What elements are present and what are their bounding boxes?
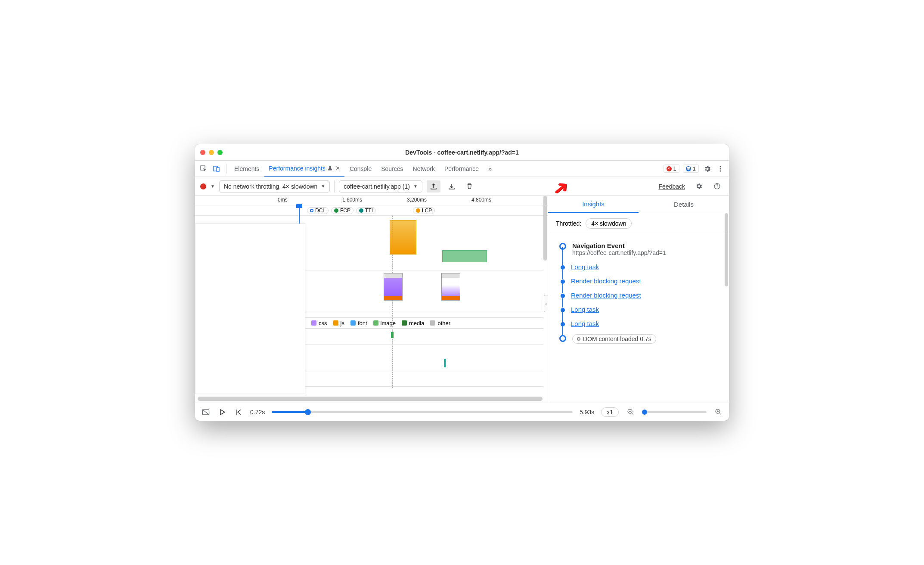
close-window-button[interactable] — [200, 150, 205, 155]
timeline-body[interactable]: css js font image media other ▶ ▶ — [195, 216, 548, 388]
separator — [334, 180, 335, 192]
legend-font: font — [350, 320, 367, 326]
kebab-menu-icon[interactable] — [714, 163, 726, 175]
timeline-ruler: 0ms 1,600ms 3,200ms 4,800ms — [195, 196, 548, 205]
insights-toolbar: ▼ No network throttling, 4× slowdown ▼ c… — [195, 177, 729, 196]
insight-link[interactable]: Long task — [571, 306, 599, 313]
recording-select[interactable]: coffee-cart.netlify.app (1) ▼ — [339, 180, 422, 192]
tick-1: 1,600ms — [342, 197, 362, 203]
tab-performance-insights[interactable]: Performance insights ✕ — [264, 161, 344, 177]
network-bar[interactable] — [391, 332, 394, 338]
zoom-slider[interactable] — [642, 411, 707, 413]
issue-count-badge[interactable]: 💬 1 — [683, 165, 699, 173]
tab-elements[interactable]: Elements — [230, 161, 264, 177]
svg-point-3 — [720, 166, 721, 167]
insight-render-blocking[interactable]: Render blocking request — [559, 274, 721, 288]
collapse-sidebar-handle[interactable]: › — [544, 295, 548, 312]
record-dropdown-caret[interactable]: ▼ — [211, 184, 215, 189]
dcl-pill[interactable]: DOM content loaded 0.7s — [572, 334, 656, 344]
error-count-badge[interactable]: ✕ 1 — [664, 165, 679, 173]
playback-bar: 0.72s 5.93s x1 — [195, 403, 729, 421]
insight-link[interactable]: Long task — [571, 263, 599, 270]
minimize-window-button[interactable] — [209, 150, 214, 155]
help-icon[interactable] — [710, 180, 724, 192]
insight-render-blocking[interactable]: Render blocking request — [559, 288, 721, 302]
play-button[interactable] — [217, 407, 227, 417]
slider-thumb[interactable] — [305, 409, 311, 415]
export-button[interactable] — [427, 180, 440, 192]
close-tab-icon[interactable]: ✕ — [335, 165, 340, 171]
legend-js: js — [333, 320, 344, 326]
tab-details[interactable]: Details — [639, 196, 729, 213]
insight-navigation[interactable]: Navigation Event https://coffee-cart.net… — [559, 239, 721, 260]
sidebar-tabs: Insights Details — [548, 196, 729, 213]
time-slider[interactable] — [272, 411, 573, 413]
timeline-pane[interactable]: 0ms 1,600ms 3,200ms 4,800ms DCL FCP TTI — [195, 196, 548, 403]
settings-icon[interactable] — [701, 163, 713, 175]
marker-dcl[interactable]: DCL — [307, 207, 329, 214]
insight-link[interactable]: Long task — [571, 320, 599, 327]
tab-sources[interactable]: Sources — [377, 161, 407, 177]
delete-button[interactable] — [463, 180, 477, 192]
throttled-pill[interactable]: 4× slowdown — [586, 218, 632, 229]
dcl-text: DOM content loaded 0.7s — [583, 335, 651, 342]
chevron-down-icon: ▼ — [321, 184, 325, 189]
zoom-thumb[interactable] — [642, 410, 647, 415]
timeline-node-icon — [561, 322, 565, 326]
record-button[interactable] — [200, 183, 206, 189]
network-bar[interactable] — [444, 359, 446, 367]
throttling-select[interactable]: No network throttling, 4× slowdown ▼ — [219, 180, 330, 192]
rewind-button[interactable] — [234, 407, 243, 417]
markers-row: DCL FCP TTI LCP — [195, 205, 548, 216]
separator — [226, 164, 226, 174]
titlebar: DevTools - coffee-cart.netlify.app/?ad=1 — [195, 144, 729, 161]
tick-2: 3,200ms — [407, 197, 427, 203]
insight-long-task[interactable]: Long task — [559, 317, 721, 331]
dot-icon — [577, 337, 580, 341]
insight-link[interactable]: Render blocking request — [571, 277, 641, 285]
insight-dcl[interactable]: DOM content loaded 0.7s — [559, 331, 721, 347]
tab-network[interactable]: Network — [409, 161, 439, 177]
total-time: 5.93s — [580, 409, 594, 416]
throttled-label: Throttled: — [556, 220, 581, 227]
horizontal-scrollbar[interactable] — [198, 397, 543, 401]
toggle-visual-button[interactable] — [201, 407, 211, 417]
dot-icon — [310, 209, 313, 212]
insight-link[interactable]: Render blocking request — [571, 292, 641, 299]
preview-overlay — [195, 224, 305, 394]
vertical-scrollbar[interactable] — [725, 213, 728, 286]
marker-tti[interactable]: TTI — [356, 207, 376, 214]
tick-3: 4,800ms — [471, 197, 491, 203]
device-toggle-icon[interactable] — [211, 163, 223, 175]
window-title: DevTools - coffee-cart.netlify.app/?ad=1 — [195, 149, 729, 156]
throttling-value: No network throttling, 4× slowdown — [224, 183, 318, 190]
error-icon: ✕ — [667, 166, 672, 171]
marker-lcp[interactable]: LCP — [413, 207, 435, 214]
tab-performance[interactable]: Performance — [440, 161, 483, 177]
issue-icon: 💬 — [686, 166, 691, 171]
marker-fcp[interactable]: FCP — [331, 207, 353, 214]
tab-insights[interactable]: Insights — [548, 196, 639, 213]
devtools-window: ➜ DevTools - coffee-cart.netlify.app/?ad… — [195, 144, 729, 421]
timeline-node-icon — [561, 294, 565, 298]
tab-console[interactable]: Console — [345, 161, 376, 177]
insight-title: Navigation Event — [572, 242, 666, 249]
tab-more[interactable]: » — [484, 161, 496, 177]
import-button[interactable] — [445, 180, 459, 192]
insight-long-task[interactable]: Long task — [559, 260, 721, 274]
zoom-out-button[interactable] — [626, 407, 635, 417]
zoom-in-button[interactable] — [713, 407, 723, 417]
inspect-icon[interactable] — [198, 163, 210, 175]
timeline-node-icon — [561, 265, 565, 270]
feedback-link[interactable]: Feedback — [659, 183, 685, 190]
speed-pill[interactable]: x1 — [601, 407, 619, 417]
insight-long-task[interactable]: Long task — [559, 302, 721, 317]
error-count: 1 — [673, 165, 676, 172]
maximize-window-button[interactable] — [217, 150, 223, 155]
lcp-block[interactable] — [390, 220, 416, 255]
svg-rect-2 — [217, 168, 219, 171]
filmstrip-frame[interactable] — [441, 273, 460, 301]
image-block[interactable] — [442, 250, 487, 262]
filmstrip-frame[interactable] — [384, 273, 403, 301]
panel-settings-icon[interactable] — [692, 180, 706, 192]
